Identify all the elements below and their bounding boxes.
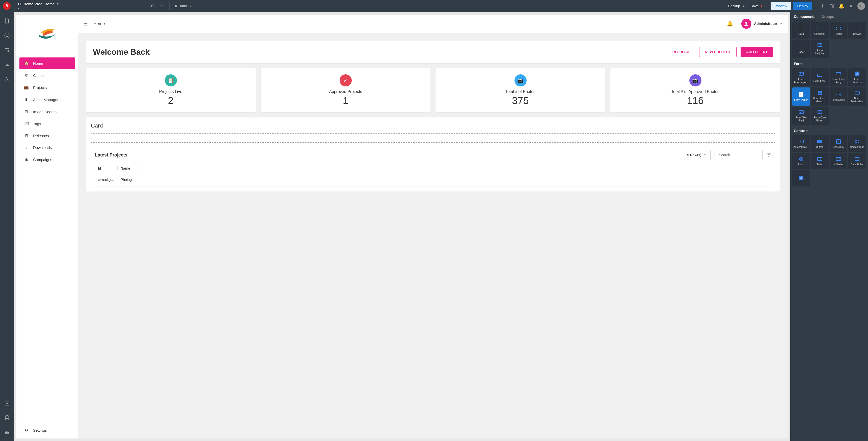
sidebar-item-settings[interactable]: ⚙ Settings [20, 425, 75, 436]
component-form-text-field[interactable]: Form Text Field [792, 107, 810, 125]
canvas: 🏠 Home ✲ Clients 💼 Projects ▮ [17, 14, 788, 439]
component-checkbox[interactable]: ✓Checkbox [830, 135, 847, 152]
save-button[interactable]: Save [748, 2, 765, 9]
sidebar-item-label: Campaigns [33, 158, 52, 162]
search-input[interactable] [715, 150, 763, 160]
assets-icon[interactable] [2, 398, 12, 408]
page-title: Home [93, 21, 105, 26]
component-label: Page Switcher [812, 49, 828, 55]
table-head: Id Name [95, 166, 771, 173]
database-icon[interactable] [2, 413, 12, 423]
component-autocomplete[interactable]: Autocomple... [792, 135, 810, 152]
sidebar-item-image-search[interactable]: ⊡ Image Search [20, 106, 75, 117]
table-row[interactable]: ckknckgn6... Photag [95, 173, 771, 186]
user-avatar[interactable]: S S [858, 2, 865, 10]
section-controls[interactable]: Controls ⌃ [791, 126, 867, 134]
sidebar-item-label: Home [33, 61, 43, 66]
tab-components[interactable]: Components [794, 14, 815, 21]
component-form-autocomplete[interactable]: Form Autocomple... [792, 68, 810, 87]
sidebar-item-downloads[interactable]: ↓ Downloads [20, 142, 75, 153]
drop-zone[interactable] [91, 133, 775, 143]
component-radio[interactable]: Radio [792, 153, 810, 169]
component-radio-group[interactable]: Radio Group [848, 135, 866, 152]
component-footer[interactable]: Footer [830, 22, 847, 39]
chevron-down-icon[interactable]: ▼ [780, 22, 783, 26]
table-column-name[interactable]: Name [118, 166, 143, 170]
sidebar-item-releases[interactable]: 🗄 Releases [20, 130, 75, 141]
component-multiselect[interactable]: ▾Multiselect [830, 153, 847, 169]
component-button[interactable]: Button [811, 135, 829, 152]
component-label: Form Text Field [793, 116, 809, 122]
stat-label: Approved Projects [329, 90, 362, 94]
chevron-down-icon: ▼ [57, 2, 59, 5]
app-logo [17, 17, 78, 58]
bell-icon[interactable]: 🔔 [727, 21, 733, 27]
component-drawer[interactable]: Drawer [848, 22, 866, 39]
component-container[interactable]: Container [811, 22, 829, 39]
backup-button[interactable]: Backup ▼ [725, 2, 748, 9]
component-page-switcher[interactable]: 1Page Switcher [811, 40, 829, 58]
notifications-button[interactable]: 🔔 [837, 1, 846, 11]
archive-icon: 🗄 [24, 134, 29, 138]
share-button[interactable]: ➤ [846, 1, 856, 11]
device-mode-selector[interactable]: 🖥 auto ▼ [172, 4, 194, 8]
component-form-select[interactable]: ▾Form Select [830, 88, 847, 106]
table-cell-id: ckknckgn6... [95, 178, 118, 182]
sidebar-item-clients[interactable]: ✲ Clients [20, 70, 75, 81]
component-extra[interactable]: ✓ [792, 170, 810, 186]
rows-select[interactable]: 5 Row(s) ▼ [683, 150, 711, 160]
component-form-switch[interactable]: ✓Form Switch [792, 88, 810, 106]
component-form-block[interactable]: Form Block [811, 68, 829, 87]
stat-card-projects-live: 📋 Projects Live 2 [86, 68, 256, 112]
component-form-checkbox[interactable]: ✓Form Checkbox [848, 68, 866, 87]
sidebar-item-label: Downloads [33, 145, 52, 150]
user-avatar-icon[interactable] [741, 19, 751, 29]
filter-icon[interactable] [767, 152, 771, 158]
clipboard-icon: 📋 [165, 74, 177, 87]
cloud-icon[interactable]: ☁ [2, 60, 12, 70]
component-form-radio-group[interactable]: Form Radio Group [811, 88, 829, 106]
component-paper[interactable]: Paper [792, 40, 810, 58]
sidebar-item-asset-manager[interactable]: ▮ Asset Manager [20, 94, 75, 105]
brand-logo[interactable]: 8 [3, 2, 10, 10]
project-title-wrap[interactable]: FE Demo Prod: Home ▼ / [18, 2, 59, 10]
theme-toggle-button[interactable]: ☀ [817, 1, 827, 11]
stat-value: 2 [168, 95, 173, 106]
briefcase-icon: 💼 [24, 85, 29, 90]
undo-button[interactable]: ↶ [148, 1, 157, 11]
settings-icon[interactable] [2, 428, 12, 438]
help-button[interactable]: ?⃝ [827, 1, 837, 11]
new-project-button[interactable]: NEW PROJECT [699, 46, 737, 57]
section-form[interactable]: Form ⌃ [791, 59, 867, 67]
download-icon: ↓ [24, 145, 29, 150]
tree-icon[interactable] [2, 45, 12, 55]
refresh-button[interactable]: REFRESH [666, 46, 695, 57]
sidebar-item-campaigns[interactable]: ◉ Campaigns [20, 154, 75, 165]
deploy-button[interactable]: Deploy [793, 2, 812, 10]
component-date-picker[interactable]: Date Picker [848, 153, 866, 169]
hamburger-icon[interactable]: ☰ [83, 21, 89, 27]
sidebar-item-home[interactable]: 🏠 Home [20, 58, 75, 69]
component-label: Checkbox [833, 146, 844, 149]
sidebar-item-tags[interactable]: ⌫ Tags [20, 118, 75, 130]
component-card[interactable]: Card [792, 22, 810, 39]
component-select[interactable]: ▾Select [811, 153, 829, 169]
functions-icon[interactable]: fx [2, 74, 12, 84]
app-sidebar: 🏠 Home ✲ Clients 💼 Projects ▮ [17, 14, 78, 439]
component-form-multiselect[interactable]: Form Multiselect [848, 88, 866, 106]
preview-button[interactable]: Preview [771, 2, 791, 10]
tab-groups[interactable]: Groups [822, 14, 834, 21]
sidebar-item-label: Settings [33, 428, 47, 433]
redo-button[interactable]: ↷ [157, 1, 167, 11]
check-icon: ✓ [340, 74, 352, 87]
component-form-date-picker[interactable]: Form Date Picker [811, 107, 829, 125]
divider [169, 2, 169, 9]
table-column-id[interactable]: Id [95, 166, 118, 170]
state-icon[interactable]: {..} [2, 30, 12, 40]
sidebar-item-projects[interactable]: 💼 Projects [20, 82, 75, 93]
add-client-button[interactable]: ADD CLIENT [741, 47, 773, 57]
component-form-field-array[interactable]: Form Field Array [830, 68, 847, 87]
pages-icon[interactable] [2, 15, 12, 26]
book-icon: ▮ [24, 97, 29, 102]
stat-value: 1 [343, 95, 348, 106]
